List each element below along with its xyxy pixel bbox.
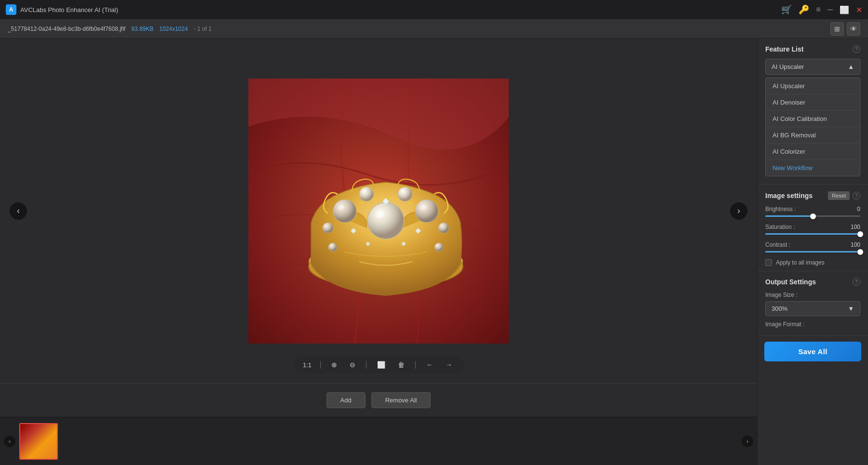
bottom-bar: Add Remove All bbox=[0, 383, 757, 417]
prev-button[interactable]: ← bbox=[424, 360, 435, 370]
add-button[interactable]: Add bbox=[326, 392, 366, 408]
svg-point-11 bbox=[323, 223, 333, 233]
center-panel: ‹ bbox=[0, 39, 757, 465]
zoom-out-button[interactable]: ⊖ bbox=[348, 360, 357, 370]
svg-point-10 bbox=[398, 187, 412, 201]
delete-button[interactable]: 🗑 bbox=[396, 360, 407, 370]
saturation-slider[interactable] bbox=[765, 233, 860, 235]
main-image: b bbox=[248, 79, 509, 344]
image-settings-title: Image settings bbox=[765, 192, 813, 199]
svg-point-5 bbox=[333, 199, 356, 223]
svg-point-3 bbox=[367, 202, 404, 239]
brightness-control: Brightness : 0 bbox=[765, 206, 860, 217]
new-workflow-item[interactable]: New Workflow bbox=[766, 160, 860, 176]
image-viewer: ‹ bbox=[0, 39, 757, 383]
save-all-button[interactable]: Save All bbox=[764, 342, 861, 361]
maximize-button[interactable]: ⬜ bbox=[840, 5, 849, 14]
image-size-chevron-icon: ▼ bbox=[848, 305, 854, 312]
view-icons: ⊞ 👁 bbox=[830, 22, 860, 36]
output-settings-title: Output Settings bbox=[765, 278, 816, 286]
output-settings-section: Output Settings ? Image Size : 300% ▼ Im… bbox=[758, 271, 868, 336]
next-image-button[interactable]: › bbox=[730, 202, 747, 220]
svg-point-14 bbox=[434, 243, 443, 252]
minimize-button[interactable]: ─ bbox=[827, 5, 833, 14]
brightness-value: 0 bbox=[846, 206, 860, 213]
strip-nav-left[interactable]: ‹ bbox=[4, 436, 15, 447]
filename: _51778412-0a24-49e8-bc3b-d6fb0e4f7608.jf… bbox=[8, 26, 125, 32]
sidebar: Feature List ? AI Upscaler ▲ AI Upscaler… bbox=[757, 39, 868, 465]
prev-image-button[interactable]: ‹ bbox=[10, 202, 27, 220]
app-title: AVCLabs Photo Enhancer AI (Trial) bbox=[20, 6, 777, 13]
feature-item-ai-color-calibration[interactable]: AI Color Calibration bbox=[766, 111, 860, 127]
zoom-label[interactable]: 1:1 bbox=[303, 361, 312, 369]
zoom-in-button[interactable]: ⊕ bbox=[329, 360, 339, 370]
output-settings-header: Output Settings ? bbox=[765, 278, 860, 286]
saturation-thumb[interactable] bbox=[857, 231, 863, 237]
contrast-row: Contrast : 100 bbox=[765, 241, 860, 248]
thumbnail-item[interactable] bbox=[19, 423, 58, 460]
contrast-value: 100 bbox=[846, 241, 860, 248]
image-settings-header: Image settings Reset ? bbox=[765, 191, 860, 200]
contrast-slider[interactable] bbox=[765, 251, 860, 252]
close-button[interactable]: ✕ bbox=[856, 5, 862, 14]
image-controls-bar: 1:1 ⊕ ⊖ ⬜ 🗑 ← → bbox=[293, 356, 464, 373]
apply-to-all-checkbox[interactable] bbox=[765, 259, 772, 266]
saturation-value: 100 bbox=[846, 224, 860, 230]
next-button[interactable]: → bbox=[444, 360, 454, 370]
ctrl-divider-1 bbox=[320, 361, 321, 369]
feature-item-ai-bg-removal[interactable]: AI BG Removal bbox=[766, 127, 860, 144]
feature-selected-label: AI Upscaler bbox=[772, 63, 804, 70]
brightness-row: Brightness : 0 bbox=[765, 206, 860, 213]
svg-point-7 bbox=[415, 199, 438, 223]
image-size-value: 300% bbox=[772, 305, 787, 312]
saturation-label: Saturation : bbox=[765, 224, 795, 230]
contrast-control: Contrast : 100 bbox=[765, 241, 860, 252]
image-settings-help[interactable]: ? bbox=[853, 192, 860, 199]
brightness-fill bbox=[765, 215, 813, 217]
thumbnail-image bbox=[20, 424, 57, 459]
remove-all-button[interactable]: Remove All bbox=[371, 392, 431, 408]
menu-icon[interactable]: ≡ bbox=[816, 5, 820, 14]
feature-item-ai-denoiser[interactable]: AI Denoiser bbox=[766, 94, 860, 111]
fit-to-screen-button[interactable]: ⬜ bbox=[375, 360, 387, 370]
key-icon[interactable]: 🔑 bbox=[799, 4, 809, 15]
main-image-container: b bbox=[248, 79, 509, 344]
saturation-control: Saturation : 100 bbox=[765, 224, 860, 235]
svg-point-9 bbox=[359, 187, 374, 201]
output-settings-help[interactable]: ? bbox=[853, 278, 860, 286]
brightness-thumb[interactable] bbox=[810, 213, 816, 219]
feature-list-help[interactable]: ? bbox=[853, 45, 860, 53]
contrast-fill bbox=[765, 251, 860, 252]
strip-nav-right[interactable]: › bbox=[742, 436, 753, 447]
svg-point-13 bbox=[328, 243, 337, 252]
image-settings-section: Image settings Reset ? Brightness : 0 bbox=[758, 185, 868, 271]
feature-list-section: Feature List ? AI Upscaler ▲ AI Upscaler… bbox=[758, 39, 868, 185]
feature-item-ai-upscaler[interactable]: AI Upscaler bbox=[766, 78, 860, 94]
image-size-label: Image Size : bbox=[765, 292, 798, 298]
main-area: ‹ bbox=[0, 39, 868, 465]
contrast-label: Contrast : bbox=[765, 241, 790, 248]
saturation-row: Saturation : 100 bbox=[765, 224, 860, 230]
reset-button[interactable]: Reset bbox=[828, 191, 850, 200]
cart-icon[interactable]: 🛒 bbox=[781, 4, 792, 15]
dropdown-chevron-icon: ▲ bbox=[848, 63, 854, 70]
feature-list-header: Feature List ? bbox=[765, 45, 860, 53]
filesize: 93.89KB bbox=[131, 26, 153, 32]
feature-dropdown[interactable]: AI Upscaler ▲ bbox=[765, 59, 860, 75]
feature-item-ai-colorizer[interactable]: AI Colorizer bbox=[766, 144, 860, 160]
brightness-slider[interactable] bbox=[765, 215, 860, 217]
crop-view-button[interactable]: ⊞ bbox=[830, 22, 844, 36]
image-format-row: Image Format : bbox=[765, 321, 860, 328]
image-size-dropdown[interactable]: 300% ▼ bbox=[765, 301, 860, 316]
image-count: - 1 of 1 bbox=[194, 26, 212, 32]
save-all-section: Save All bbox=[758, 336, 868, 367]
contrast-thumb[interactable] bbox=[857, 249, 863, 255]
title-actions: 🛒 🔑 ≡ ─ ⬜ ✕ bbox=[781, 4, 862, 15]
ctrl-divider-2 bbox=[366, 361, 366, 369]
image-format-label: Image Format : bbox=[765, 321, 804, 328]
app-icon: A bbox=[6, 4, 16, 15]
dimensions: 1024x1024 bbox=[159, 26, 188, 32]
title-bar: A AVCLabs Photo Enhancer AI (Trial) 🛒 🔑 … bbox=[0, 0, 868, 19]
preview-button[interactable]: 👁 bbox=[847, 22, 860, 36]
feature-list-items: AI Upscaler AI Denoiser AI Color Calibra… bbox=[765, 78, 860, 176]
